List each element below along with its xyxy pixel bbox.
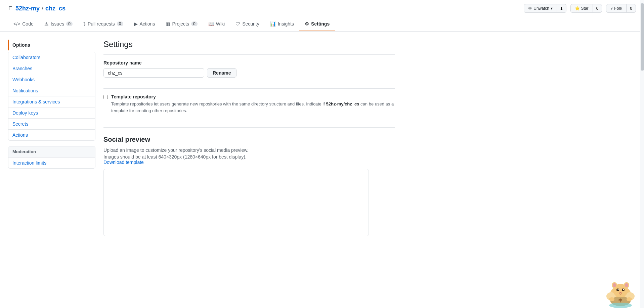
projects-icon: ▦ <box>166 21 170 27</box>
tab-issues[interactable]: ⚠ Issues 0 <box>39 17 78 31</box>
issues-badge: 0 <box>66 21 73 26</box>
template-repo-checkbox[interactable] <box>103 95 108 99</box>
social-preview-desc2: Images should be at least 640×320px (128… <box>103 154 395 165</box>
tab-projects[interactable]: ▦ Projects 0 <box>160 17 203 31</box>
tab-wiki[interactable]: 📖 Wiki <box>203 17 230 31</box>
sidebar-moderation-list: Moderation Interaction limits <box>8 146 95 169</box>
social-preview-title: Social preview <box>103 136 395 143</box>
repo-actions: 👁 Unwatch ▾ 1 ⭐ Star 0 ⑂ Fork 0 <box>524 4 636 13</box>
repo-owner-link[interactable]: 52hz-my <box>15 5 40 12</box>
fork-icon: ⑂ <box>610 6 613 11</box>
projects-badge: 0 <box>191 21 198 26</box>
sidebar-item-interaction-limits[interactable]: Interaction limits <box>8 157 95 168</box>
download-template-link[interactable]: Download template <box>103 160 144 165</box>
template-repo-row: Template repository Template repositorie… <box>103 94 395 114</box>
sidebar-moderation-header: Moderation <box>8 146 95 157</box>
unwatch-count[interactable]: 1 <box>557 4 566 13</box>
sidebar-item-integrations[interactable]: Integrations & services <box>8 96 95 107</box>
star-group: ⭐ Star 0 <box>570 4 602 13</box>
sidebar-item-webhooks[interactable]: Webhooks <box>8 74 95 85</box>
tab-settings[interactable]: ⚙ Settings <box>299 17 335 31</box>
eye-icon: 👁 <box>528 6 532 11</box>
sidebar-item-collaborators[interactable]: Collaborators <box>8 52 95 63</box>
fork-count[interactable]: 0 <box>627 4 636 13</box>
security-icon: 🛡 <box>235 21 240 27</box>
top-bar: 🗒 52hz-my / chz_cs 👁 Unwatch ▾ 1 ⭐ Star … <box>0 0 644 17</box>
template-repo-label: Template repository <box>111 94 395 99</box>
settings-icon: ⚙ <box>305 21 309 27</box>
wiki-icon: 📖 <box>208 21 214 27</box>
pr-icon: ⤵ <box>83 21 86 27</box>
sidebar-item-branches[interactable]: Branches <box>8 63 95 74</box>
sidebar-options-section: Options Collaborators Branches Webhooks … <box>8 40 95 141</box>
chevron-down-icon: ▾ <box>551 6 553 11</box>
tab-pull-requests[interactable]: ⤵ Pull requests 0 <box>78 17 129 31</box>
star-button[interactable]: ⭐ Star <box>570 4 593 13</box>
scrollbar-thumb[interactable] <box>641 3 644 71</box>
sidebar-moderation-section: Moderation Interaction limits <box>8 146 95 169</box>
scrollbar[interactable] <box>640 0 644 244</box>
tab-insights[interactable]: 📊 Insights <box>265 17 299 31</box>
social-preview-desc: Upload an image to customize your reposi… <box>103 147 395 153</box>
fork-group: ⑂ Fork 0 <box>606 4 636 13</box>
template-repo-section: Template repository Template repositorie… <box>103 88 395 119</box>
sidebar-options-header: Options <box>8 40 95 50</box>
star-count[interactable]: 0 <box>593 4 602 13</box>
sidebar-item-secrets[interactable]: Secrets <box>8 118 95 129</box>
issues-icon: ⚠ <box>44 21 49 27</box>
social-preview-section: Social preview Upload an image to custom… <box>103 127 395 236</box>
sidebar-item-deploy-keys[interactable]: Deploy keys <box>8 107 95 118</box>
fork-button[interactable]: ⑂ Fork <box>606 4 627 13</box>
sidebar-options-list: Collaborators Branches Webhooks Notifica… <box>8 52 95 141</box>
repo-icon: 🗒 <box>8 5 13 11</box>
social-preview-box <box>103 169 369 236</box>
repo-name-label: Repository name <box>103 60 395 65</box>
sidebar-item-notifications[interactable]: Notifications <box>8 85 95 96</box>
tab-code[interactable]: </> Code <box>8 17 39 31</box>
nav-tabs: </> Code ⚠ Issues 0 ⤵ Pull requests 0 ▶ … <box>0 17 644 32</box>
repo-name-link[interactable]: chz_cs <box>45 5 66 12</box>
repo-separator: / <box>42 5 43 12</box>
pr-badge: 0 <box>117 21 123 26</box>
repo-name-row: Rename <box>103 68 395 78</box>
unwatch-group: 👁 Unwatch ▾ 1 <box>524 4 566 13</box>
repo-name-input[interactable] <box>103 68 204 78</box>
code-icon: </> <box>13 21 20 27</box>
star-icon: ⭐ <box>575 6 580 11</box>
actions-icon: ▶ <box>134 21 138 27</box>
insights-icon: 📊 <box>270 21 276 27</box>
main-content: Options Collaborators Branches Webhooks … <box>0 32 403 244</box>
repo-title: 🗒 52hz-my / chz_cs <box>8 5 66 12</box>
sidebar: Options Collaborators Branches Webhooks … <box>8 40 95 236</box>
settings-content: Settings Repository name Rename Template… <box>103 40 395 236</box>
repo-name-section: Repository name Rename <box>103 60 395 78</box>
settings-title: Settings <box>103 40 395 55</box>
tab-actions[interactable]: ▶ Actions <box>129 17 161 31</box>
rename-button[interactable]: Rename <box>207 68 237 78</box>
template-repo-description: Template repositories let users generate… <box>111 101 395 114</box>
tab-security[interactable]: 🛡 Security <box>230 17 265 31</box>
unwatch-button[interactable]: 👁 Unwatch ▾ <box>524 4 557 13</box>
sidebar-item-actions[interactable]: Actions <box>8 129 95 140</box>
